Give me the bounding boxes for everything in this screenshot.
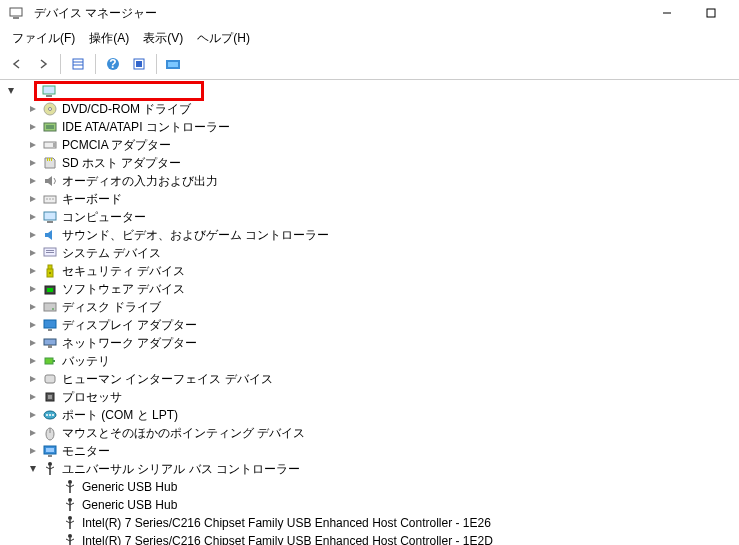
category-label: ヒューマン インターフェイス デバイス [62,371,273,388]
pcmcia-icon [42,137,58,153]
expand-toggle-icon[interactable] [26,336,40,350]
help-button[interactable]: ? [102,53,124,75]
svg-rect-13 [43,86,55,94]
expand-toggle-icon[interactable] [26,354,40,368]
expand-toggle-icon[interactable] [26,300,40,314]
computer-icon [41,83,57,99]
svg-rect-4 [73,59,83,69]
expand-toggle-icon[interactable] [26,408,40,422]
tree-category-row[interactable]: ディスク ドライブ [4,298,735,316]
category-label: ネットワーク アダプター [62,335,197,352]
expand-toggle-icon[interactable] [4,84,18,98]
menu-help[interactable]: ヘルプ(H) [191,28,256,49]
expand-toggle-icon[interactable] [26,390,40,404]
system-icon [42,245,58,261]
tree-category-row[interactable]: ソフトウェア デバイス [4,280,735,298]
back-button[interactable] [6,53,28,75]
svg-rect-23 [51,158,52,161]
svg-point-35 [49,272,51,274]
svg-rect-41 [48,329,52,331]
expand-toggle-icon[interactable] [26,174,40,188]
tree-category-row[interactable]: ネットワーク アダプター [4,334,735,352]
tree-category-row[interactable]: ヒューマン インターフェイス デバイス [4,370,735,388]
svg-rect-14 [46,95,52,97]
expand-toggle-icon[interactable] [26,102,40,116]
expand-toggle-icon[interactable] [26,462,40,476]
display-icon [42,317,58,333]
properties-button[interactable] [67,53,89,75]
menu-action[interactable]: 操作(A) [83,28,135,49]
expand-toggle-icon[interactable] [26,228,40,242]
svg-point-25 [46,198,47,199]
menu-view[interactable]: 表示(V) [137,28,189,49]
tree-category-row[interactable]: PCMCIA アダプター [4,136,735,154]
category-label: ディスク ドライブ [62,299,161,316]
tree-category-row[interactable]: サウンド、ビデオ、およびゲーム コントローラー [4,226,735,244]
category-label: オーディオの入力および出力 [62,173,218,190]
tree-category-row[interactable]: DVD/CD-ROM ドライブ [4,100,735,118]
tree-device-row[interactable]: Generic USB Hub [4,496,735,514]
refresh-button[interactable] [128,53,150,75]
svg-rect-18 [46,125,54,129]
tree-device-row[interactable]: Intel(R) 7 Series/C216 Chipset Family US… [4,532,735,545]
expand-toggle-icon[interactable] [26,120,40,134]
tree-category-row[interactable]: バッテリ [4,352,735,370]
tree-category-row[interactable]: ポート (COM と LPT) [4,406,735,424]
expand-toggle-icon[interactable] [26,444,40,458]
expand-toggle-icon[interactable] [26,192,40,206]
expand-toggle-icon[interactable] [26,264,40,278]
device-tree[interactable]: DVD/CD-ROM ドライブ IDE ATA/ATAPI コントローラー PC… [0,80,739,545]
tree-category-row[interactable]: マウスとそのほかのポインティング デバイス [4,424,735,442]
svg-rect-22 [49,158,50,161]
svg-point-74 [68,534,72,538]
device-label: Intel(R) 7 Series/C216 Chipset Family US… [82,534,493,545]
network-icon [42,335,58,351]
tree-category-row[interactable]: モニター [4,442,735,460]
expand-toggle-icon[interactable] [26,156,40,170]
expand-toggle-icon[interactable] [26,210,40,224]
menubar: ファイル(F) 操作(A) 表示(V) ヘルプ(H) [0,26,739,51]
tree-category-row[interactable]: オーディオの入力および出力 [4,172,735,190]
svg-rect-45 [53,360,55,362]
expand-toggle-icon[interactable] [26,372,40,386]
scan-button[interactable] [163,53,185,75]
expand-toggle-icon[interactable] [26,426,40,440]
tree-category-row[interactable]: セキュリティ デバイス [4,262,735,280]
minimize-button[interactable] [645,0,689,26]
svg-point-50 [46,414,48,416]
tree-category-row[interactable]: プロセッサ [4,388,735,406]
tree-category-row[interactable]: コンピューター [4,208,735,226]
svg-point-62 [68,480,72,484]
svg-rect-38 [44,303,56,311]
svg-rect-37 [47,288,53,292]
usb-icon [42,461,58,477]
forward-button[interactable] [32,53,54,75]
svg-rect-43 [48,345,52,348]
expand-toggle-icon[interactable] [26,138,40,152]
svg-rect-28 [44,212,56,220]
device-label: Generic USB Hub [82,480,177,494]
device-label: Generic USB Hub [82,498,177,512]
tree-device-row[interactable]: Generic USB Hub [4,478,735,496]
tree-category-row[interactable]: IDE ATA/ATAPI コントローラー [4,118,735,136]
window-title: デバイス マネージャー [34,5,157,22]
expand-toggle-icon[interactable] [26,282,40,296]
tree-category-row[interactable]: ユニバーサル シリアル バス コントローラー [4,460,735,478]
svg-rect-46 [45,375,55,383]
tree-category-row[interactable]: ディスプレイ アダプター [4,316,735,334]
highlight-annotation [34,81,204,101]
tree-root-row[interactable] [4,82,735,100]
svg-rect-29 [47,221,53,223]
maximize-button[interactable] [689,0,733,26]
tree-category-row[interactable]: キーボード [4,190,735,208]
security-icon [42,263,58,279]
tree-category-row[interactable]: システム デバイス [4,244,735,262]
svg-rect-44 [45,358,53,364]
tree-device-row[interactable]: Intel(R) 7 Series/C216 Chipset Family US… [4,514,735,532]
software-icon [42,281,58,297]
ide-icon [42,119,58,135]
menu-file[interactable]: ファイル(F) [6,28,81,49]
tree-category-row[interactable]: SD ホスト アダプター [4,154,735,172]
expand-toggle-icon[interactable] [26,318,40,332]
expand-toggle-icon[interactable] [26,246,40,260]
